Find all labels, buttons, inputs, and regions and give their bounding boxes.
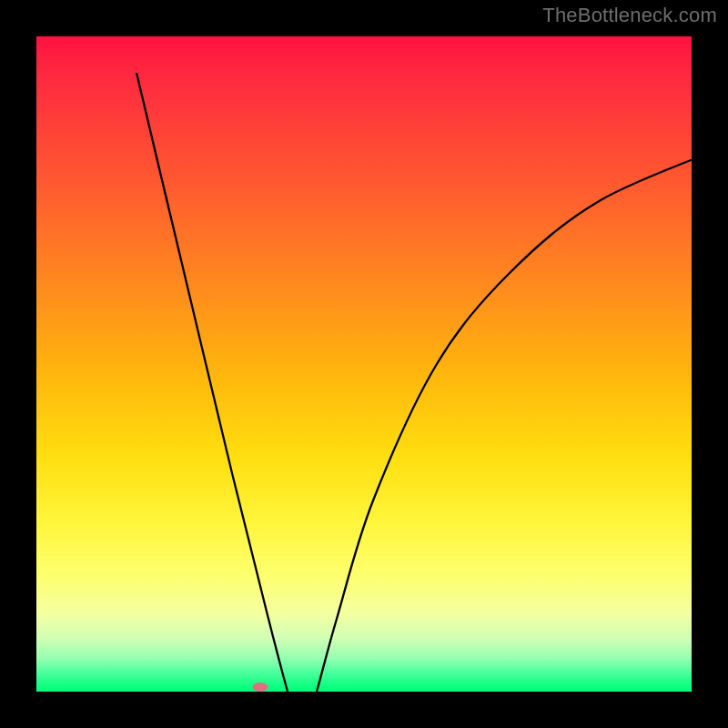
optimum-marker bbox=[253, 682, 268, 692]
plot-area bbox=[36, 36, 692, 692]
chart-frame: TheBottleneck.com bbox=[0, 0, 728, 728]
bottleneck-curve bbox=[73, 73, 728, 728]
watermark-text: TheBottleneck.com bbox=[542, 4, 717, 27]
